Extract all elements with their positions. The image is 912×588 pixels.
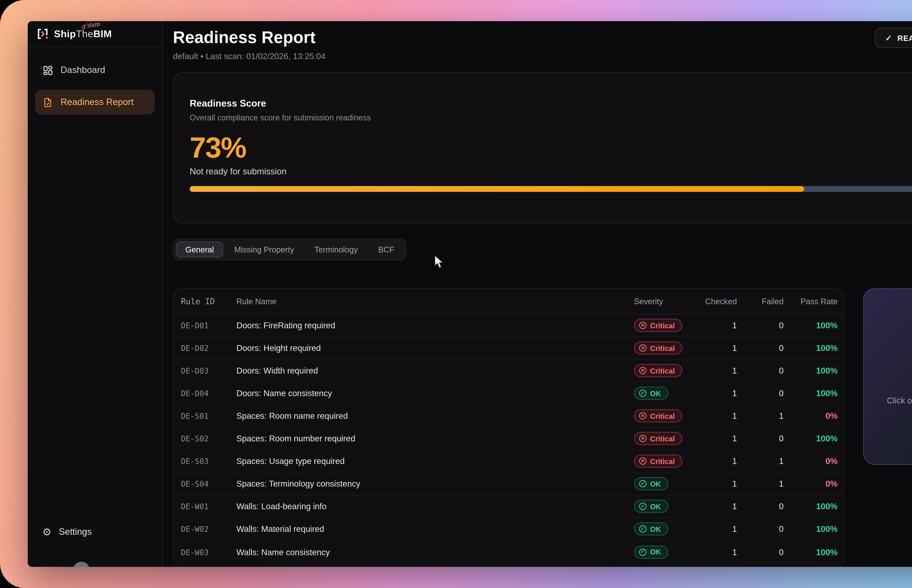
cell-pass-rate: 0% bbox=[786, 412, 844, 420]
table-row[interactable]: DE-S01 Spaces: Room name required ✕Criti… bbox=[174, 405, 843, 428]
col-failed: Failed bbox=[740, 297, 786, 306]
cell-failed: 0 bbox=[740, 366, 786, 375]
cell-severity: ✓OK bbox=[634, 500, 705, 513]
severity-badge-label: OK bbox=[650, 502, 661, 510]
mouse-cursor bbox=[434, 255, 445, 269]
severity-badge-label: OK bbox=[650, 389, 661, 397]
brand-name: ShipTheBIM bbox=[54, 29, 112, 39]
cell-rule-id: DE-S01 bbox=[174, 412, 236, 420]
cell-rule-id: DE-D03 bbox=[174, 366, 236, 375]
page-title: Readiness Report bbox=[173, 27, 326, 47]
cell-checked: 1 bbox=[705, 434, 740, 443]
cell-pass-rate: 100% bbox=[786, 321, 844, 330]
tab-general[interactable]: General bbox=[176, 241, 223, 257]
cell-failed: 0 bbox=[740, 434, 786, 443]
sidebar-item-settings[interactable]: ⚙ Settings bbox=[35, 520, 155, 543]
col-pass-rate: Pass Rate bbox=[786, 297, 844, 306]
col-rule-id: Rule ID bbox=[174, 297, 236, 306]
cell-rule-id: DE-D04 bbox=[174, 389, 236, 397]
cell-checked: 1 bbox=[705, 479, 740, 488]
severity-badge: ✓OK bbox=[634, 387, 668, 400]
severity-badge: ✓OK bbox=[634, 477, 668, 490]
cell-rule-name: Spaces: Room number required bbox=[236, 434, 634, 443]
severity-badge-label: Critical bbox=[650, 367, 675, 375]
score-value: 73% bbox=[190, 131, 912, 163]
severity-badge-label: Critical bbox=[650, 457, 675, 465]
cell-checked: 1 bbox=[705, 344, 740, 352]
severity-badge-label: Critical bbox=[650, 321, 675, 330]
rules-table: Rule ID Rule Name Severity Checked Faile… bbox=[173, 288, 844, 567]
table-row[interactable]: DE-D02 Doors: Height required ✕Critical … bbox=[174, 337, 843, 360]
table-row[interactable]: DE-S02 Spaces: Room number required ✕Cri… bbox=[174, 428, 843, 450]
cell-checked: 1 bbox=[705, 525, 740, 533]
table-row[interactable]: DE-D01 Doors: FireRating required ✕Criti… bbox=[174, 314, 843, 337]
table-row[interactable]: DE-W01 Walls: Load-bearing info ✓OK 1 0 … bbox=[174, 495, 843, 518]
cell-pass-rate: 100% bbox=[786, 525, 844, 533]
cell-severity: ✕Critical bbox=[634, 432, 705, 445]
table-row[interactable]: DE-S03 Spaces: Usage type required ✕Crit… bbox=[174, 450, 843, 473]
severity-badge-icon: ✕ bbox=[639, 344, 646, 352]
table-row[interactable]: DE-W02 Walls: Material required ✓OK 1 0 … bbox=[174, 518, 843, 541]
cell-failed: 1 bbox=[740, 457, 786, 465]
severity-badge-icon: ✕ bbox=[639, 435, 646, 442]
cell-rule-id: DE-S02 bbox=[174, 434, 236, 443]
severity-badge-icon: ✓ bbox=[639, 480, 646, 487]
sidebar: ShipTheBIM g'dam Dashboard bbox=[28, 21, 163, 567]
cell-severity: ✕Critical bbox=[634, 409, 705, 422]
severity-badge: ✓OK bbox=[634, 522, 668, 535]
severity-badge: ✕Critical bbox=[634, 432, 682, 445]
col-checked: Checked bbox=[705, 297, 740, 306]
score-card-subtitle: Overall compliance score for submission … bbox=[190, 112, 912, 123]
severity-badge-icon: ✕ bbox=[639, 457, 646, 465]
table-body: DE-D01 Doors: FireRating required ✕Criti… bbox=[174, 314, 843, 563]
severity-badge-icon: ✓ bbox=[639, 389, 646, 397]
table-row[interactable]: DE-D03 Doors: Width required ✕Critical 1… bbox=[174, 360, 843, 382]
user-avatar[interactable] bbox=[73, 562, 90, 567]
severity-badge-icon: ✕ bbox=[639, 412, 646, 420]
severity-badge: ✓OK bbox=[634, 500, 668, 513]
tab-missing-property[interactable]: Missing Property bbox=[225, 241, 304, 257]
severity-badge: ✕Critical bbox=[634, 454, 682, 468]
settings-label: Settings bbox=[59, 527, 92, 537]
report-content: Rule ID Rule Name Severity Checked Faile… bbox=[173, 288, 912, 567]
category-tabs: GeneralMissing PropertyTerminologyBCF bbox=[173, 239, 407, 260]
severity-badge-label: Critical bbox=[650, 412, 675, 420]
brand-logo: ShipTheBIM g'dam bbox=[28, 21, 162, 47]
cell-pass-rate: 100% bbox=[786, 366, 844, 375]
cell-failed: 1 bbox=[740, 412, 786, 420]
cell-failed: 1 bbox=[740, 479, 786, 488]
cell-failed: 0 bbox=[740, 344, 786, 352]
sidebar-item-dashboard[interactable]: Dashboard bbox=[35, 58, 155, 82]
cell-pass-rate: 100% bbox=[786, 548, 844, 556]
cell-rule-name: Walls: Material required bbox=[236, 525, 634, 533]
sidebar-item-readiness-report[interactable]: Readiness Report bbox=[35, 90, 155, 115]
severity-badge-icon: ✓ bbox=[639, 548, 646, 556]
tab-terminology[interactable]: Terminology bbox=[305, 241, 367, 257]
ai-suggestions-panel: No Item Selected Click on a row in the t… bbox=[863, 288, 912, 465]
cell-checked: 1 bbox=[705, 457, 740, 465]
cell-pass-rate: 0% bbox=[786, 479, 844, 488]
ai-panel-title: No Item Selected bbox=[911, 375, 912, 388]
main-content: Readiness Report default • Last scan: 01… bbox=[163, 21, 912, 567]
severity-badge-icon: ✓ bbox=[639, 502, 646, 510]
table-header-row: Rule ID Rule Name Severity Checked Faile… bbox=[174, 289, 843, 314]
table-row[interactable]: DE-W03 Walls: Name consistency ✓OK 1 0 1… bbox=[174, 541, 843, 563]
cell-checked: 1 bbox=[705, 412, 740, 420]
check-icon: ✓ bbox=[885, 33, 893, 43]
severity-badge: ✕Critical bbox=[634, 341, 682, 355]
cell-severity: ✕Critical bbox=[634, 454, 705, 468]
ready-to-ship-button[interactable]: ✓ READY TO SHIP bbox=[875, 28, 912, 48]
cell-checked: 1 bbox=[705, 366, 740, 375]
cell-rule-name: Walls: Load-bearing info bbox=[236, 502, 634, 510]
table-row[interactable]: DE-S04 Spaces: Terminology consistency ✓… bbox=[174, 473, 843, 495]
cell-severity: ✓OK bbox=[634, 387, 705, 400]
page-subtitle: default • Last scan: 01/02/2026, 13:25:0… bbox=[173, 52, 326, 61]
table-row[interactable]: DE-D04 Doors: Name consistency ✓OK 1 0 1… bbox=[174, 382, 843, 405]
dashboard-grid-icon bbox=[42, 65, 53, 76]
cell-severity: ✓OK bbox=[634, 545, 705, 559]
cell-rule-name: Doors: Width required bbox=[236, 366, 634, 375]
ai-panel-description: Click on a row in the table to view AI-a… bbox=[864, 395, 912, 421]
cell-rule-id: DE-S03 bbox=[174, 457, 236, 465]
tab-bcf[interactable]: BCF bbox=[369, 241, 404, 257]
score-progress-track bbox=[190, 186, 912, 192]
